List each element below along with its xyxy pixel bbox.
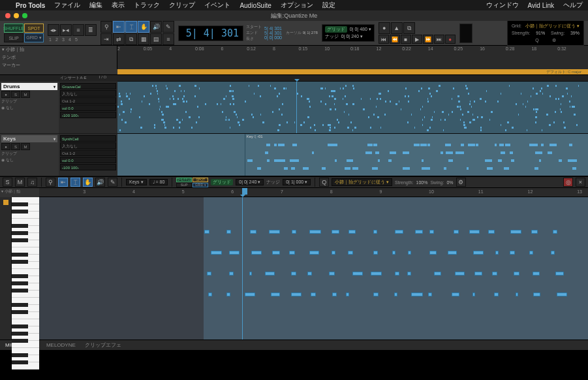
track-menu-icon[interactable]: ▾: [53, 84, 55, 89]
spot-mode[interactable]: SPOT: [24, 24, 44, 33]
timeline-ruler[interactable]: 20:0540:0860:1280:15100:18120:22140:2516…: [117, 46, 588, 54]
menu-avidlink[interactable]: Avid Link: [528, 2, 554, 9]
slip-mode[interactable]: SLIP: [4, 33, 23, 42]
midi-merge-icon[interactable]: ⧉: [403, 22, 415, 34]
insertion-follows-icon[interactable]: ▦: [138, 33, 149, 45]
key-signature-lane[interactable]: デフォルト: C major: [117, 69, 588, 74]
pan-slot[interactable]: ‹100 100›: [60, 112, 116, 118]
track-view-clip[interactable]: クリップ: [1, 151, 57, 157]
menu-view[interactable]: 表示: [112, 1, 125, 10]
app-name[interactable]: Pro Tools: [16, 2, 45, 9]
track-color-swatch[interactable]: [3, 200, 8, 205]
solo-button[interactable]: S: [11, 143, 20, 150]
quantize-swing[interactable]: 39%: [570, 29, 580, 37]
quantize-strength[interactable]: 91%: [536, 29, 545, 37]
marker-ruler[interactable]: [117, 61, 588, 69]
mirrored-midi-icon[interactable]: ▤: [150, 33, 162, 45]
track-automation-none[interactable]: ◉ なし: [1, 157, 57, 163]
midi-target-icon[interactable]: ◎: [563, 178, 573, 187]
output-slot[interactable]: Out 1-2: [60, 150, 116, 156]
midi-timeline-ruler[interactable]: 345678910111213: [39, 188, 588, 197]
menu-clip[interactable]: クリップ: [169, 1, 195, 10]
midi-ruler-head[interactable]: ▾ 小節｜拍: [0, 188, 39, 197]
record-icon[interactable]: ●: [445, 35, 456, 44]
clip-area[interactable]: Keyミ-01: [117, 75, 588, 176]
midi-pencil-icon[interactable]: ✎: [108, 178, 117, 187]
zoom-preset-4[interactable]: 4: [67, 37, 72, 42]
drums-lane[interactable]: [117, 82, 588, 134]
midi-tempo[interactable]: ♩ = 80: [149, 179, 168, 185]
midi-nudge-value[interactable]: 0| 1| 000 ▾: [283, 179, 311, 185]
metronome-icon[interactable]: ▲: [391, 22, 403, 34]
zoom-button[interactable]: [22, 13, 27, 18]
menu-help[interactable]: ヘルプ: [563, 1, 583, 10]
midi-solo-icon[interactable]: S: [3, 178, 12, 187]
ruler-marker-head[interactable]: マーカー: [0, 61, 117, 69]
menu-window[interactable]: ウィンドウ: [486, 1, 519, 10]
nudge-value[interactable]: 0| 0| 240 ▾: [341, 34, 363, 39]
link-timeline-icon[interactable]: ⇄: [113, 33, 125, 45]
zoom-preset-1[interactable]: 1: [48, 37, 53, 42]
tempo-ruler[interactable]: [117, 54, 588, 61]
ruler-bars-beats-head[interactable]: ▾ 小節｜拍: [0, 46, 117, 54]
track-view-clip[interactable]: クリップ: [1, 99, 57, 104]
selector-tool-icon[interactable]: ⌶: [125, 21, 137, 33]
track-head-drums[interactable]: Drums▾ ● S M クリップ ◉ なし GrooveCel 入力なし Ou…: [0, 82, 117, 134]
scrubber-tool-icon[interactable]: 🔊: [150, 21, 162, 33]
midi-slip-mode[interactable]: SLIP: [176, 183, 192, 187]
pencil-tool-icon[interactable]: ✎: [162, 21, 174, 33]
input-slot[interactable]: 入力なし: [60, 142, 116, 149]
zoom-out-h-icon[interactable]: ◂▸: [48, 24, 59, 36]
zoomer-tool-icon[interactable]: ⚲: [101, 21, 112, 33]
zoom-v-audio-icon[interactable]: ≡: [72, 24, 84, 36]
grid-value[interactable]: 0| 0| 480 ▾: [350, 27, 371, 32]
midi-grid-mode[interactable]: GRID ▾: [193, 183, 208, 187]
midi-trim-icon[interactable]: ⇤: [58, 178, 68, 187]
insert-slot[interactable]: SynthCell: [60, 135, 116, 142]
midi-grid-value[interactable]: 0| 0| 240 ▾: [236, 179, 264, 185]
main-counter[interactable]: 5| 4| 301: [178, 25, 243, 41]
piano-keyboard[interactable]: [0, 197, 39, 340]
quantize-apply-icon[interactable]: Q: [535, 37, 538, 44]
clip-region[interactable]: [204, 197, 588, 340]
mute-button[interactable]: M: [21, 91, 30, 98]
keys-lane[interactable]: Keyミ-01: [117, 134, 588, 176]
record-arm-button[interactable]: ●: [1, 91, 10, 98]
midi-playhead-marker[interactable]: [242, 188, 247, 195]
zoom-preset-5[interactable]: 5: [74, 37, 79, 42]
pan-slot[interactable]: ‹100 100›: [60, 164, 116, 170]
trim-tool-icon[interactable]: ⇤: [113, 21, 125, 33]
midi-shuffle-mode[interactable]: SHUFFLE: [176, 178, 192, 182]
vol-slot[interactable]: vol 0.0: [60, 104, 116, 111]
menu-track[interactable]: トラック: [134, 1, 160, 10]
menu-file[interactable]: ファイル: [54, 1, 80, 10]
midi-scrub-icon[interactable]: 🔊: [95, 178, 105, 187]
input-slot[interactable]: 入力なし: [60, 90, 116, 97]
ruler-tempo-head[interactable]: テンポ: [0, 54, 117, 61]
grid-pill[interactable]: グリッド: [325, 26, 347, 33]
mute-button[interactable]: M: [21, 143, 30, 150]
midi-zoomer-icon[interactable]: ⚲: [46, 178, 55, 187]
track-automation-none[interactable]: ◉ なし: [1, 105, 57, 111]
track-menu-icon[interactable]: ▾: [53, 136, 55, 141]
midi-close-icon[interactable]: ×: [576, 178, 585, 187]
menu-edit[interactable]: 編集: [89, 1, 102, 10]
stop-icon[interactable]: ■: [401, 35, 411, 44]
rtz-icon[interactable]: ⏮: [379, 35, 389, 44]
grabber-tool-icon[interactable]: ✋: [138, 21, 149, 33]
output-slot[interactable]: Out 1-2: [60, 97, 116, 104]
midi-grid-pill[interactable]: グリッド: [211, 179, 233, 185]
midi-mute-icon[interactable]: M: [15, 178, 25, 187]
tab-to-transient-icon[interactable]: ⇥: [101, 33, 112, 45]
quantize-settings-icon[interactable]: ⚙: [552, 37, 556, 44]
midi-swing-value[interactable]: 0%: [446, 180, 453, 185]
menu-settings[interactable]: 設定: [322, 1, 335, 10]
tab-melodyne[interactable]: MELODYNE: [46, 342, 76, 348]
menu-event[interactable]: イベント: [204, 1, 230, 10]
midi-track-select[interactable]: Keys ▾: [126, 179, 147, 185]
quantize-grid-select[interactable]: 小節｜拍グリッドに従う ▾: [525, 22, 580, 29]
midi-quantize-grid[interactable]: 小節｜拍グリッドに従う ▾: [332, 178, 392, 186]
play-icon[interactable]: ▶: [412, 35, 422, 44]
zoom-preset-2[interactable]: 2: [54, 37, 59, 42]
shuffle-mode[interactable]: SHUFFLE: [4, 24, 23, 33]
